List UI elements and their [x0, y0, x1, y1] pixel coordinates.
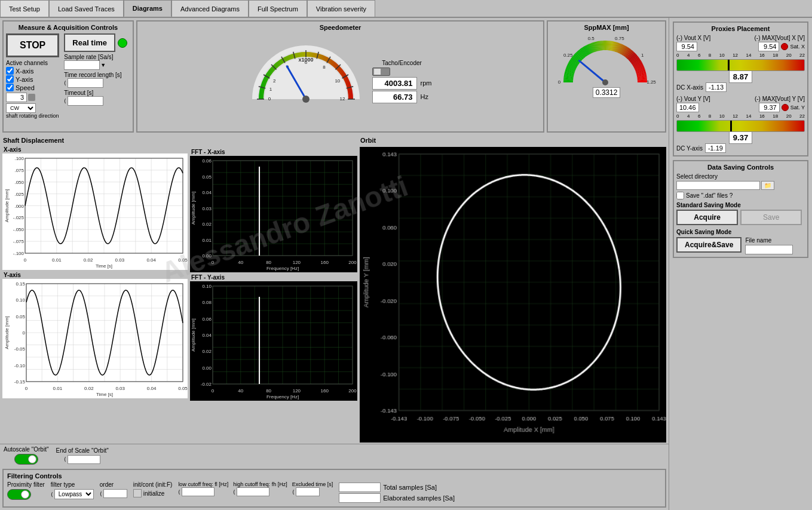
sppmax-value: 0.3312 [593, 87, 621, 98]
stop-button[interactable]: STOP [6, 33, 59, 57]
init-group: init/cont (init:F) initialize [133, 481, 173, 497]
quick-mode-row: Acquire&Save File name 000 [676, 237, 805, 254]
tacho-label: Tacho/Encoder [372, 60, 432, 66]
proxy-x-values: 9.54 9.54 Sat. X [676, 42, 805, 51]
fft-x-chart-box: FFT - X-axis [190, 148, 357, 272]
tab-test-setup[interactable]: Test Setup [0, 0, 49, 17]
file-name-label: File name [745, 237, 793, 244]
proximity-toggle[interactable] [7, 489, 31, 500]
sat-y-label: Sat. Y [790, 105, 805, 110]
file-name-input[interactable]: 000 [745, 245, 793, 254]
dc-x-row: DC X-axis -1.13 [676, 82, 805, 92]
excluded-time-group: Excluded time [s] ⟨ 0.1 [292, 481, 333, 496]
mac-right: Real time Sample rate [Sa/s] 10000 ▼ Tim… [64, 33, 127, 107]
y-gauge-indicator [730, 121, 732, 131]
time-record-group: Time record length [s] ⟨ 1 [64, 72, 127, 88]
x-gauge-scale: 046810121416182022 [676, 53, 805, 58]
timeout-input[interactable]: 310 [68, 96, 103, 106]
x-gauge-display: 8.87 [729, 70, 752, 83]
y-axis-row: Y-axis [6, 75, 59, 83]
max-vout-y-label: (-) MAX[Vout] Y [V] [755, 96, 805, 102]
proximity-label: Proximity filter [7, 481, 45, 488]
filter-type-select[interactable]: Lowpass [54, 489, 94, 499]
sppmax-title: SppMAX [mm] [550, 24, 663, 31]
mac-left: STOP Active channels X-axis Y-axis [6, 33, 59, 119]
x-gauge-display-row: 8.87 [676, 72, 805, 81]
filter-type-group: filter type ⟨ Lowpass [51, 481, 94, 499]
tab-full-spectrum[interactable]: Full Spectrum [249, 0, 307, 17]
save-dat-label: Save ".dat" files ? [686, 192, 733, 199]
autoscale-toggle[interactable] [14, 454, 38, 465]
sat-y-dot [782, 104, 789, 111]
elaborated-samples-input[interactable]: 100000 [339, 493, 381, 503]
sample-rate-input[interactable]: 10000 [64, 60, 100, 70]
mac-title: Measure & Acquisition Controls [6, 24, 130, 31]
data-saving-title: Data Saving Controls [676, 164, 805, 171]
proxy-y-header: (-) Vout Y [V] (-) MAX[Vout] Y [V] [676, 96, 805, 102]
filtering-title: Filtering Controls [7, 472, 661, 480]
end-scale-group: End of Scale "Orbit" ⟨ 0.070 [56, 447, 108, 464]
y-axis-checkbox[interactable] [6, 75, 14, 83]
save-button[interactable]: Save [740, 210, 802, 225]
max-vout-y-row: 9.37 Sat. Y [759, 103, 805, 112]
speed-checkbox[interactable] [6, 84, 14, 91]
sppmax-section: SppMAX [mm] 0.3312 [547, 20, 666, 133]
time-plots-column: Shaft Displacement X-axis Y-axis [2, 136, 188, 443]
initialize-label: initialize [143, 490, 165, 497]
high-cutoff-input[interactable]: 300.0 [237, 487, 269, 496]
tab-load-saved[interactable]: Load Saved Traces [49, 0, 124, 17]
x-axis-checkbox[interactable] [6, 67, 14, 75]
order-label: order [100, 481, 127, 488]
low-cutoff-input[interactable]: 200.0 [182, 487, 215, 496]
standard-mode-label: Standard Saving Mode [676, 202, 805, 208]
max-vout-x-value: 9.54 [758, 42, 779, 51]
elaborated-samples-label: Elaborated samples [Sa] [383, 494, 455, 502]
acq-save-button[interactable]: Acquire&Save [676, 237, 741, 253]
proxy-y-values: 10.46 9.37 Sat. Y [676, 103, 805, 112]
speedometer-title: Speedometer [320, 24, 361, 31]
mac-section: Measure & Acquisition Controls STOP Acti… [2, 20, 134, 133]
dc-y-row: DC Y-axis -1.19 [676, 143, 805, 153]
init-checkbox[interactable] [133, 489, 142, 497]
dir-row: C:\Users\Ponty\Desktop 📁 [676, 181, 805, 190]
tab-advanced[interactable]: Advanced Diagrams [171, 0, 249, 17]
orbit-canvas [360, 147, 666, 443]
orbit-title-spacer: Orbit [360, 136, 666, 147]
autoscale-knob [28, 455, 36, 463]
high-cutoff-group: high cutoff freq: fh [Hz] ⟨ 300.0 [233, 481, 287, 496]
end-scale-input[interactable]: 0.070 [68, 455, 100, 464]
time-record-input[interactable]: 1 [68, 78, 103, 88]
acquire-button[interactable]: Acquire [676, 210, 738, 225]
y-axis-chart-box: Y-axis [2, 271, 188, 398]
order-input[interactable]: 3 [103, 489, 127, 498]
fft-plots-column: FFT - X-axis FFT - Y-axis [190, 136, 357, 443]
y-gauge-scale: 046810121416182022 [676, 113, 805, 119]
sample-rate-input-row: 10000 ▼ [64, 60, 127, 70]
autoscale-group: Autoscale "Orbit" [4, 446, 48, 465]
channel-num: 3 [6, 93, 27, 102]
max-vout-x-label: (-) MAX[Vout] X [V] [755, 35, 805, 41]
vout-y-value: 10.46 [676, 103, 699, 112]
excluded-input[interactable]: 0.1 [296, 487, 320, 496]
speedometer-canvas [249, 33, 369, 129]
vout-y-label: (-) Vout Y [V] [676, 96, 710, 102]
save-dat-checkbox[interactable] [676, 192, 684, 199]
file-name-group: File name 000 [745, 237, 793, 254]
speedometer-gauge [249, 33, 369, 129]
cutoff-group: low cutoff freq: fl [Hz] ⟨ 200.0 high cu… [178, 481, 333, 496]
shaft-dir-select[interactable]: CW [6, 103, 36, 113]
shaft-label: shaft rotating direction [6, 113, 59, 119]
tacho-switch[interactable] [372, 67, 390, 76]
low-cutoff-group: low cutoff freq: fl [Hz] ⟨ 200.0 [178, 481, 228, 496]
tab-vib-severity[interactable]: Vibration severity [307, 0, 375, 17]
filter-type-label: filter type [51, 481, 94, 488]
tab-diagrams[interactable]: Diagrams [124, 0, 171, 17]
realtime-button[interactable]: Real time [64, 33, 115, 52]
dir-input[interactable]: C:\Users\Ponty\Desktop [676, 181, 760, 190]
elaborated-samples-row: 100000 Elaborated samples [Sa] [339, 493, 455, 503]
y-gauge-bar [676, 120, 805, 132]
autoscale-label: Autoscale "Orbit" [4, 446, 48, 453]
total-samples-input[interactable]: 100000 [339, 483, 381, 492]
total-samples-row: 100000 Total samples [Sa] [339, 483, 455, 492]
browse-button[interactable]: 📁 [761, 181, 774, 190]
